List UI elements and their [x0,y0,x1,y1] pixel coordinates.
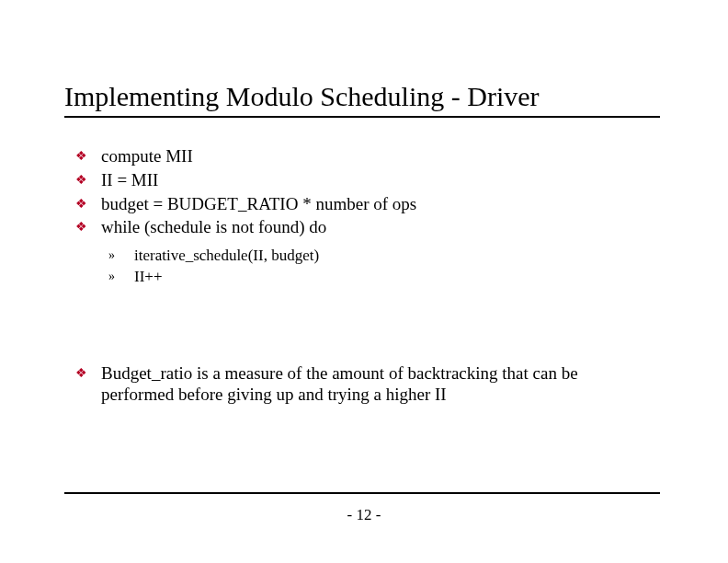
raquo-bullet-icon: » [108,267,134,285]
page-number: - 12 - [0,506,728,524]
diamond-bullet-icon: ❖ [75,362,101,382]
spacer [75,289,645,362]
slide: Implementing Modulo Scheduling - Driver … [0,0,728,563]
bullet-text: Budget_ratio is a measure of the amount … [101,362,645,407]
bullet-text: II = MII [101,169,158,191]
bullet-text: compute MII [101,145,193,167]
title-underline [64,116,660,118]
footer-rule [64,492,660,494]
sub-bullet-item: » II++ [108,267,645,286]
slide-body: ❖ compute MII ❖ II = MII ❖ budget = BUDG… [75,145,645,408]
diamond-bullet-icon: ❖ [75,216,101,236]
diamond-bullet-icon: ❖ [75,169,101,189]
bullet-item: ❖ while (schedule is not found) do [75,216,645,238]
bullet-item: ❖ Budget_ratio is a measure of the amoun… [75,362,645,407]
raquo-bullet-icon: » [108,246,134,264]
sub-bullet-text: iterative_schedule(II, budget) [134,246,319,265]
sub-bullet-item: » iterative_schedule(II, budget) [108,246,645,265]
diamond-bullet-icon: ❖ [75,145,101,165]
bullet-text: while (schedule is not found) do [101,216,326,238]
bullet-item: ❖ II = MII [75,169,645,191]
sub-bullet-text: II++ [134,267,163,286]
bullet-item: ❖ compute MII [75,145,645,167]
diamond-bullet-icon: ❖ [75,193,101,213]
bullet-text: budget = BUDGET_RATIO * number of ops [101,193,416,215]
slide-title: Implementing Modulo Scheduling - Driver [64,81,540,112]
bullet-item: ❖ budget = BUDGET_RATIO * number of ops [75,193,645,215]
